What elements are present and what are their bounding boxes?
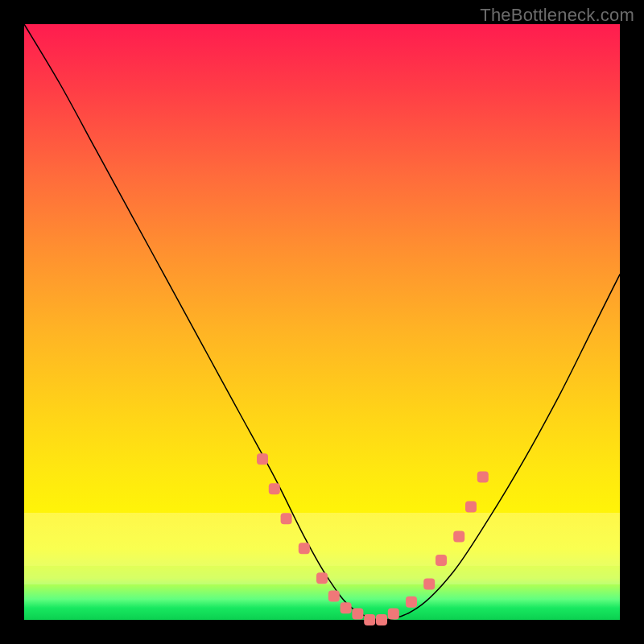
- highlight-dot: [257, 453, 268, 464]
- plot-area: [24, 24, 620, 620]
- highlight-dot: [352, 609, 363, 620]
- highlight-dot: [423, 579, 435, 590]
- highlight-dot: [269, 483, 280, 494]
- highlight-dot: [388, 609, 399, 620]
- watermark-text: TheBottleneck.com: [480, 5, 634, 26]
- highlight-dot: [341, 602, 352, 613]
- highlight-dot: [477, 471, 489, 482]
- highlight-dot: [281, 513, 292, 524]
- chart-svg: [24, 24, 620, 620]
- highlight-dot: [436, 555, 447, 566]
- pale-band-lower: [24, 566, 620, 584]
- highlight-dot: [376, 614, 387, 625]
- highlight-dot: [465, 501, 477, 512]
- highlight-dot: [406, 597, 417, 608]
- bottleneck-curve: [24, 24, 620, 620]
- highlight-dot: [453, 530, 464, 542]
- highlight-dot: [299, 543, 310, 554]
- highlight-dot: [364, 614, 375, 625]
- pale-band-upper: [24, 513, 620, 567]
- highlight-dot: [328, 590, 340, 601]
- highlight-dots: [257, 453, 489, 625]
- highlight-dot: [316, 572, 328, 584]
- chart-frame: TheBottleneck.com: [0, 0, 644, 644]
